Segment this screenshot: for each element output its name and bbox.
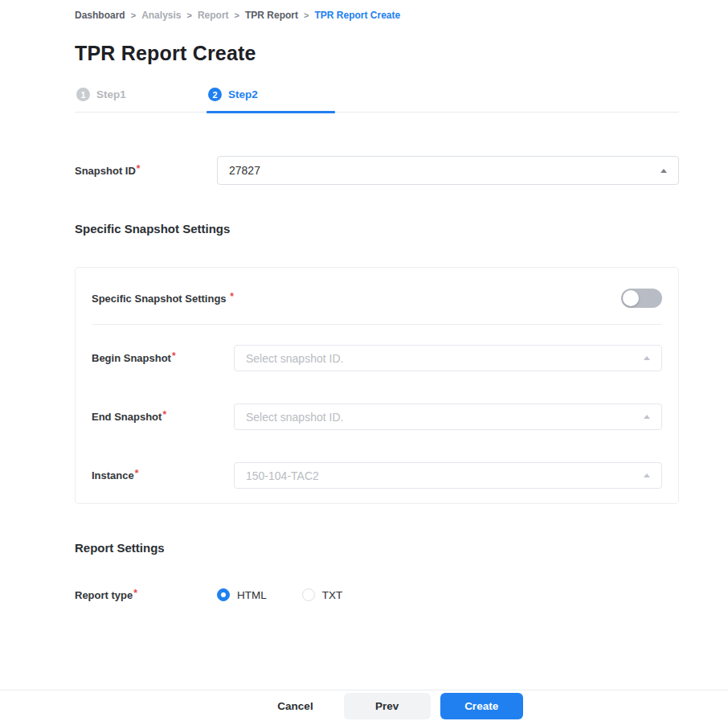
specific-settings-toggle-label-text: Specific Snapshot Settings — [92, 293, 227, 305]
specific-settings-toggle-row: Specific Snapshot Settings * — [92, 289, 662, 308]
end-snapshot-select: Select snapshot ID. — [234, 404, 662, 430]
report-type-radio-group: HTML TXT — [217, 588, 342, 601]
specific-settings-toggle[interactable] — [621, 289, 662, 308]
breadcrumb-item-analysis[interactable]: Analysis — [141, 10, 181, 21]
cancel-button[interactable]: Cancel — [256, 693, 333, 719]
toggle-knob — [623, 290, 639, 306]
specific-snapshot-settings-card: Specific Snapshot Settings * Begin Snaps… — [75, 267, 679, 504]
breadcrumb-item-tpr-report[interactable]: TPR Report — [245, 10, 298, 21]
radio-selected-icon — [217, 588, 230, 601]
snapshot-id-label-text: Snapshot ID — [75, 165, 136, 177]
radio-html-label: HTML — [237, 589, 267, 601]
prev-button[interactable]: Prev — [344, 693, 431, 719]
card-divider — [92, 324, 662, 325]
report-type-label-text: Report type — [75, 589, 133, 601]
breadcrumb-separator: > — [131, 10, 136, 20]
breadcrumb-item-report[interactable]: Report — [198, 10, 229, 21]
report-settings-heading: Report Settings — [75, 541, 679, 555]
begin-snapshot-label-text: Begin Snapshot — [92, 352, 171, 364]
footer-action-bar: Cancel Prev Create — [0, 690, 728, 721]
radio-txt[interactable]: TXT — [302, 588, 343, 601]
end-snapshot-row: End Snapshot* Select snapshot ID. — [92, 404, 662, 430]
step2-label: Step2 — [228, 88, 258, 100]
create-button[interactable]: Create — [440, 693, 523, 719]
required-asterisk: * — [133, 588, 137, 599]
snapshot-id-select[interactable]: 27827 — [217, 156, 679, 185]
instance-label-text: Instance — [92, 469, 134, 481]
caret-up-icon — [644, 356, 650, 360]
breadcrumb-separator: > — [186, 10, 191, 20]
breadcrumb-item-dashboard[interactable]: Dashboard — [75, 10, 125, 21]
step1-label: Step1 — [96, 88, 126, 100]
radio-txt-label: TXT — [322, 589, 343, 601]
step2-number-badge: 2 — [208, 88, 222, 101]
breadcrumb-separator: > — [235, 10, 239, 20]
page-title: TPR Report Create — [75, 42, 679, 65]
specific-snapshot-settings-heading: Specific Snapshot Settings — [75, 222, 679, 236]
step1-number-badge: 1 — [76, 88, 90, 101]
radio-unselected-icon — [302, 588, 315, 601]
begin-snapshot-label: Begin Snapshot* — [92, 352, 234, 364]
specific-settings-toggle-label: Specific Snapshot Settings * — [92, 293, 234, 305]
end-snapshot-label-text: End Snapshot — [92, 411, 162, 423]
report-type-row: Report type* HTML TXT — [75, 588, 679, 601]
breadcrumb-item-current: TPR Report Create — [314, 10, 400, 21]
required-asterisk: * — [172, 350, 176, 362]
begin-snapshot-row: Begin Snapshot* Select snapshot ID. — [92, 345, 662, 371]
breadcrumb: Dashboard > Analysis > Report > TPR Repo… — [75, 10, 679, 21]
instance-select: 150-104-TAC2 — [234, 462, 662, 489]
snapshot-id-label: Snapshot ID* — [75, 165, 217, 177]
required-asterisk: * — [137, 163, 141, 174]
begin-snapshot-placeholder: Select snapshot ID. — [246, 352, 644, 365]
snapshot-id-row: Snapshot ID* 27827 — [75, 156, 679, 185]
required-asterisk: * — [162, 409, 166, 420]
required-asterisk: * — [135, 468, 139, 479]
snapshot-id-value: 27827 — [229, 164, 661, 177]
caret-up-icon — [661, 169, 667, 173]
instance-row: Instance* 150-104-TAC2 — [92, 462, 662, 489]
required-asterisk: * — [230, 291, 234, 302]
tab-step2[interactable]: 2 Step2 — [207, 83, 338, 112]
report-type-label: Report type* — [75, 589, 217, 601]
instance-label: Instance* — [92, 469, 234, 481]
caret-up-icon — [644, 473, 650, 477]
tab-step1[interactable]: 1 Step1 — [75, 83, 207, 112]
end-snapshot-placeholder: Select snapshot ID. — [246, 411, 644, 424]
begin-snapshot-select: Select snapshot ID. — [234, 345, 662, 371]
end-snapshot-label: End Snapshot* — [92, 411, 234, 423]
caret-up-icon — [644, 415, 650, 419]
radio-html[interactable]: HTML — [217, 588, 267, 601]
instance-value: 150-104-TAC2 — [246, 469, 644, 482]
step-tabs: 1 Step1 2 Step2 — [75, 83, 679, 113]
breadcrumb-separator: > — [304, 10, 309, 20]
page-content: Dashboard > Analysis > Report > TPR Repo… — [0, 0, 728, 601]
